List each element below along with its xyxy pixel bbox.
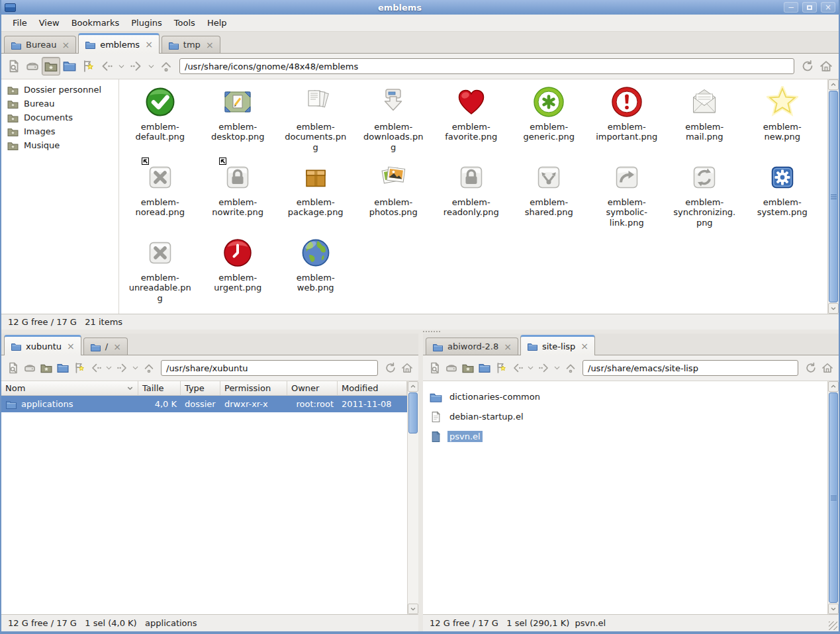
sidebar-item-bureau[interactable]: Bureau <box>1 97 118 111</box>
tab-bureau[interactable]: Bureau× <box>4 36 76 53</box>
tab-close-icon[interactable]: × <box>113 342 121 351</box>
menu-item-plugins[interactable]: Plugins <box>125 16 168 30</box>
scroll-down-button[interactable] <box>408 604 418 614</box>
maximize-button[interactable] <box>802 2 817 13</box>
menu-item-help[interactable]: Help <box>201 16 233 30</box>
file-item-emblem-documents-png[interactable]: emblem-documents.png <box>277 81 355 157</box>
scroll-down-button[interactable] <box>828 303 839 314</box>
back-button[interactable] <box>509 359 526 377</box>
tab-close-icon[interactable]: × <box>581 341 588 351</box>
scroll-thumb[interactable] <box>829 91 838 302</box>
file-item-emblem-package-png[interactable]: emblem-package.png <box>277 157 355 232</box>
file-item-emblem-unreadable-png[interactable]: emblem-unreadable.png <box>121 232 199 308</box>
scroll-track[interactable] <box>828 90 839 303</box>
back-button[interactable] <box>97 57 116 75</box>
back-history-button[interactable] <box>116 57 127 75</box>
file-item-emblem-new-png[interactable]: emblem-new.png <box>743 81 821 157</box>
horizontal-splitter[interactable] <box>1 330 839 334</box>
up-button[interactable] <box>562 359 579 377</box>
drive-button[interactable] <box>23 57 42 75</box>
scroll-up-button[interactable] <box>828 79 839 90</box>
add-bookmark-button[interactable] <box>492 359 509 377</box>
home-button[interactable] <box>817 57 835 75</box>
file-item-emblem-symbolic-link-png[interactable]: emblem-symbolic-link.png <box>588 157 666 232</box>
path-input[interactable] <box>583 360 798 376</box>
vertical-splitter[interactable] <box>418 334 423 631</box>
up-button[interactable] <box>157 57 175 75</box>
reload-button[interactable] <box>382 359 398 377</box>
forward-history-button[interactable] <box>552 359 562 377</box>
file-item-emblem-photos-png[interactable]: emblem-photos.png <box>355 157 433 232</box>
resize-grip[interactable] <box>829 621 837 630</box>
menu-item-tools[interactable]: Tools <box>168 16 201 30</box>
file-item-emblem-nowrite-png[interactable]: emblem-nowrite.png <box>199 157 277 232</box>
file-item-emblem-urgent-png[interactable]: emblem-urgent.png <box>199 232 277 308</box>
tab-emblems[interactable]: emblems× <box>78 33 160 54</box>
menu-item-bookmarks[interactable]: Bookmarks <box>66 16 126 30</box>
file-item-psvn-el[interactable]: psvn.el <box>430 426 827 446</box>
sidebar-item-musique[interactable]: Musique <box>1 138 118 152</box>
back-button[interactable] <box>87 359 104 377</box>
menu-item-file[interactable]: File <box>7 16 33 30</box>
add-bookmark-button[interactable] <box>71 359 87 377</box>
table-row[interactable]: applications4,0 Kdossierdrwxr-xr-xroot:r… <box>1 396 407 412</box>
up-button[interactable] <box>140 359 157 377</box>
bottom-right-scrollbar[interactable] <box>827 381 839 614</box>
home-button[interactable] <box>398 359 415 377</box>
file-item-emblem-default-png[interactable]: emblem-default.png <box>121 81 199 157</box>
open-with-button[interactable] <box>426 359 443 377</box>
tab-tmp[interactable]: tmp× <box>162 36 220 53</box>
back-history-button[interactable] <box>104 359 114 377</box>
sidebar-item-dossier-personnel[interactable]: Dossier personnel <box>1 83 118 97</box>
file-item-emblem-synchronizing-png[interactable]: emblem-synchronizing.png <box>666 157 744 232</box>
home-button[interactable] <box>819 359 835 377</box>
file-item-emblem-favorite-png[interactable]: emblem-favorite.png <box>432 81 510 157</box>
new-tab-folder-button[interactable] <box>476 359 492 377</box>
column-header-type[interactable]: Type <box>181 381 220 395</box>
bottom-left-scrollbar[interactable] <box>407 381 418 614</box>
tab-close-icon[interactable]: × <box>206 40 214 50</box>
reload-button[interactable] <box>802 359 819 377</box>
column-header-taille[interactable]: Taille <box>138 381 181 395</box>
column-header-owner[interactable]: Owner <box>287 381 338 395</box>
file-item-emblem-important-png[interactable]: emblem-important.png <box>588 81 666 157</box>
scroll-down-button[interactable] <box>828 604 839 614</box>
file-item-emblem-web-png[interactable]: emblem-web.png <box>277 232 355 308</box>
tab-abiword-2-8[interactable]: abiword-2.8× <box>426 338 518 355</box>
path-input[interactable] <box>179 58 794 74</box>
scroll-up-button[interactable] <box>828 381 839 392</box>
open-with-button[interactable] <box>5 359 21 377</box>
scroll-track[interactable] <box>828 392 839 604</box>
menu-item-view[interactable]: View <box>33 16 66 30</box>
forward-history-button[interactable] <box>130 359 140 377</box>
column-header-modified[interactable]: Modified <box>338 381 407 395</box>
file-item-emblem-shared-png[interactable]: emblem-shared.png <box>510 157 588 232</box>
forward-button[interactable] <box>114 359 130 377</box>
tab-close-icon[interactable]: × <box>62 40 70 50</box>
reload-button[interactable] <box>798 57 817 75</box>
file-item-emblem-mail-png[interactable]: emblem-mail.png <box>666 81 744 157</box>
tab-site-lisp[interactable]: site-lisp× <box>520 335 595 355</box>
open-with-button[interactable] <box>5 57 23 75</box>
close-button[interactable]: × <box>821 2 835 13</box>
file-item-emblem-noread-png[interactable]: emblem-noread.png <box>121 157 199 232</box>
scroll-thumb[interactable] <box>408 392 418 433</box>
path-input[interactable] <box>161 360 378 376</box>
top-scrollbar[interactable] <box>827 79 839 314</box>
drive-button[interactable] <box>21 359 38 377</box>
file-item-debian-startup-el[interactable]: debian-startup.el <box>430 406 827 426</box>
sidebar-item-documents[interactable]: Documents <box>1 111 118 124</box>
scroll-track[interactable] <box>408 392 418 604</box>
tab--[interactable]: /× <box>83 338 128 355</box>
drive-button[interactable] <box>443 359 459 377</box>
bookmark-folder-button[interactable] <box>38 359 54 377</box>
tab-close-icon[interactable]: × <box>504 342 512 351</box>
file-item-emblem-downloads-png[interactable]: emblem-downloads.png <box>355 81 433 157</box>
tab-close-icon[interactable]: × <box>67 341 75 351</box>
new-tab-folder-button[interactable] <box>60 57 79 75</box>
back-history-button[interactable] <box>526 359 536 377</box>
add-bookmark-button[interactable] <box>79 57 97 75</box>
forward-history-button[interactable] <box>146 57 157 75</box>
minimize-button[interactable]: − <box>784 2 798 13</box>
file-item-dictionaries-common[interactable]: dictionaries-common <box>430 386 827 406</box>
